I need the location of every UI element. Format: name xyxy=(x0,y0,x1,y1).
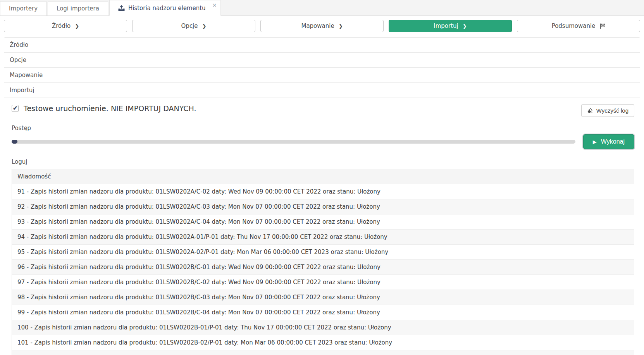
progress-row: ▶ Wykonaj xyxy=(10,134,634,149)
step-mapowanie-button[interactable]: Mapowanie ❯ xyxy=(260,20,384,32)
log-row: 102 - Zapis historii zmian nadzoru dla p… xyxy=(12,350,634,355)
step-label: Opcje xyxy=(181,22,198,29)
import-upload-icon xyxy=(118,5,125,11)
step-label: Źródło xyxy=(52,22,71,29)
eraser-icon xyxy=(587,108,593,113)
log-table: Wiadomość 91 - Zapis historii zmian nadz… xyxy=(12,169,634,355)
chevron-right-icon: ❯ xyxy=(202,23,207,29)
step-label: Podsumowanie xyxy=(552,22,596,29)
wizard-steps: Źródło ❯ Opcje ❯ Mapowanie ❯ Importuj ❯ … xyxy=(0,16,644,37)
close-icon[interactable]: × xyxy=(212,2,217,8)
execute-label: Wykonaj xyxy=(601,138,625,145)
tab-historia-nadzoru-elementu[interactable]: Historia nadzoru elementu × xyxy=(109,0,221,16)
execute-button[interactable]: ▶ Wykonaj xyxy=(583,134,634,149)
log-label: Loguj xyxy=(12,158,634,165)
tab-label: Historia nadzoru elementu xyxy=(128,5,206,12)
log-row: 95 - Zapis historii zmian nadzoru dla pr… xyxy=(12,245,634,260)
accordion-section-opcje[interactable]: Opcje xyxy=(4,53,640,68)
play-icon: ▶ xyxy=(593,139,597,145)
tab-label: Logi importera xyxy=(57,5,99,12)
log-row: 97 - Zapis historii zmian nadzoru dla pr… xyxy=(12,275,634,290)
test-run-row: Testowe uruchomienie. NIE IMPORTUJ DANYC… xyxy=(10,104,196,113)
log-row: 100 - Zapis historii zmian nadzoru dla p… xyxy=(12,320,634,335)
step-label: Mapowanie xyxy=(301,22,334,29)
progress-fill xyxy=(12,140,17,144)
progress-label: Postęp xyxy=(12,125,634,132)
step-podsumowanie-button[interactable]: Podsumowanie xyxy=(517,20,640,32)
import-panel: Testowe uruchomienie. NIE IMPORTUJ DANYC… xyxy=(4,98,640,355)
clear-log-label: Wyczyść log xyxy=(596,107,629,114)
log-row: 94 - Zapis historii zmian nadzoru dla pr… xyxy=(12,230,634,245)
log-table-header: Wiadomość xyxy=(12,169,634,184)
chevron-right-icon: ❯ xyxy=(463,23,467,29)
step-importuj-button[interactable]: Importuj ❯ xyxy=(389,20,512,32)
import-wizard-accordion: Źródło Opcje Mapowanie Importuj Testowe … xyxy=(4,37,640,355)
chevron-right-icon: ❯ xyxy=(339,23,343,29)
step-label: Importuj xyxy=(434,22,458,29)
chevron-right-icon: ❯ xyxy=(75,23,79,29)
flag-checkered-icon xyxy=(599,23,605,29)
log-row: 91 - Zapis historii zmian nadzoru dla pr… xyxy=(12,184,634,199)
log-row: 92 - Zapis historii zmian nadzoru dla pr… xyxy=(12,199,634,214)
accordion-section-importuj[interactable]: Importuj xyxy=(4,83,640,98)
log-row: 93 - Zapis historii zmian nadzoru dla pr… xyxy=(12,214,634,230)
step-opcje-button[interactable]: Opcje ❯ xyxy=(132,20,255,32)
log-row: 99 - Zapis historii zmian nadzoru dla pr… xyxy=(12,305,634,320)
step-zrodlo-button[interactable]: Źródło ❯ xyxy=(4,20,127,32)
tab-bar: Importery Logi importera Historia nadzor… xyxy=(0,0,644,16)
test-run-label: Testowe uruchomienie. NIE IMPORTUJ DANYC… xyxy=(24,104,196,113)
accordion-section-zrodlo[interactable]: Źródło xyxy=(4,38,640,53)
tab-importery[interactable]: Importery xyxy=(0,1,46,15)
accordion-section-mapowanie[interactable]: Mapowanie xyxy=(4,68,640,83)
progress-bar xyxy=(12,140,575,144)
tab-logi-importera[interactable]: Logi importera xyxy=(48,1,108,15)
log-row: 98 - Zapis historii zmian nadzoru dla pr… xyxy=(12,290,634,305)
log-table-body: 91 - Zapis historii zmian nadzoru dla pr… xyxy=(12,184,634,355)
test-run-checkbox[interactable] xyxy=(12,105,19,112)
log-row: 101 - Zapis historii zmian nadzoru dla p… xyxy=(12,335,634,350)
log-row: 96 - Zapis historii zmian nadzoru dla pr… xyxy=(12,260,634,275)
tab-label: Importery xyxy=(9,5,38,12)
clear-log-button[interactable]: Wyczyść log xyxy=(581,104,634,117)
